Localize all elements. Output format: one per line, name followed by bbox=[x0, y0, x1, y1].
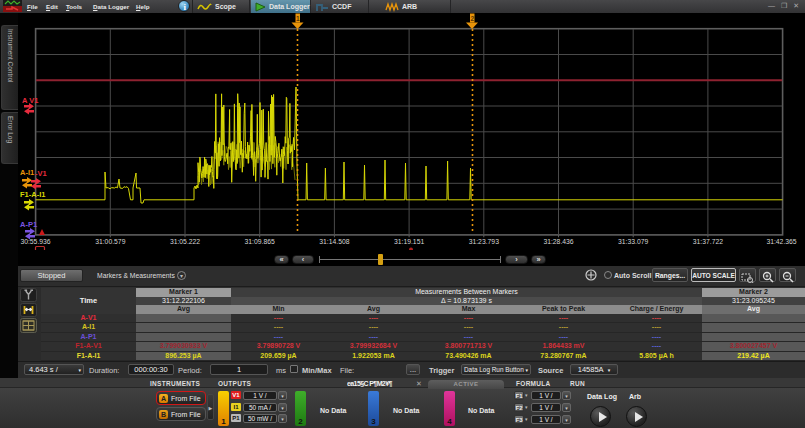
svg-text:31:37.722: 31:37.722 bbox=[693, 238, 723, 245]
svg-text:30:55.936: 30:55.936 bbox=[20, 238, 50, 245]
svg-text:31:19.151: 31:19.151 bbox=[394, 238, 424, 245]
svg-text:31:09.865: 31:09.865 bbox=[245, 238, 275, 245]
svg-text:31:05.222: 31:05.222 bbox=[170, 238, 200, 245]
svg-text:31:23.793: 31:23.793 bbox=[469, 238, 499, 245]
svg-text:1: 1 bbox=[296, 15, 300, 22]
svg-text:2: 2 bbox=[470, 15, 474, 22]
svg-text:F1-A-I1: F1-A-I1 bbox=[20, 190, 45, 199]
svg-text:A V1: A V1 bbox=[22, 96, 38, 105]
svg-text:31:14.508: 31:14.508 bbox=[319, 238, 349, 245]
svg-text:31:42.365: 31:42.365 bbox=[766, 238, 796, 245]
svg-text:A-P1: A-P1 bbox=[20, 220, 37, 229]
svg-text:31:00.579: 31:00.579 bbox=[95, 238, 125, 245]
svg-text:31:28.436: 31:28.436 bbox=[543, 238, 573, 245]
svg-text:31:33.079: 31:33.079 bbox=[618, 238, 648, 245]
svg-text:A-I1: A-I1 bbox=[20, 168, 34, 177]
svg-text:-V1: -V1 bbox=[35, 169, 47, 178]
